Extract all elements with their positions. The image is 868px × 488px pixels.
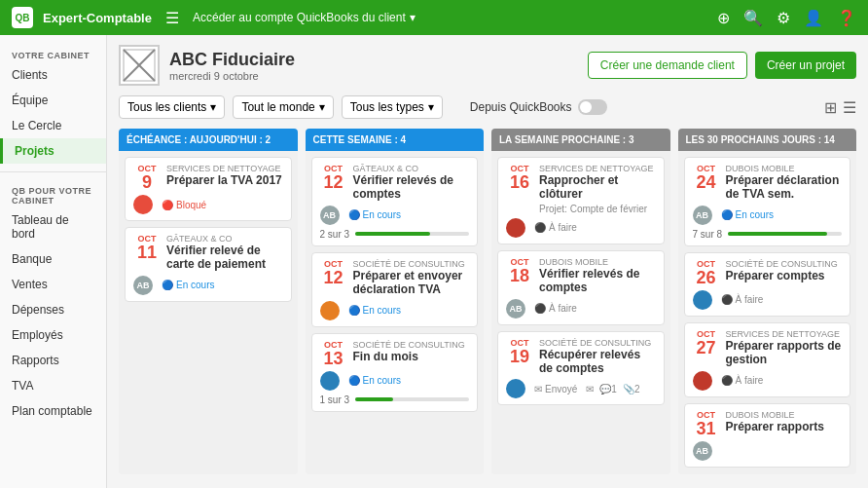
types-filter[interactable]: Tous les types ▾: [342, 95, 443, 119]
task-card[interactable]: OCT 16 SERVICES DE NETTOYAGE Rapprocher …: [497, 157, 665, 244]
card-meta: AB: [693, 441, 843, 461]
card-top: OCT 11 GÂTEAUX & CO Vérifier relevé de c…: [133, 234, 283, 272]
task-card[interactable]: OCT 9 SERVICES DE NETTOYAGE Préparer la …: [125, 157, 292, 221]
qb-logo: QB: [12, 7, 33, 28]
sidebar-item-banque[interactable]: Banque: [0, 246, 106, 272]
col-header-today: ÉCHÉANCE : AUJOURD'HUI : 2: [119, 129, 298, 151]
status-icon: 🔵: [348, 305, 360, 316]
task-card[interactable]: OCT 12 SOCIÉTÉ DE CONSULTING Préparer et…: [311, 252, 479, 327]
gear-icon[interactable]: ⚙: [777, 9, 790, 27]
card-top: OCT 19 SOCIÉTÉ DE CONSULTING Récupérer r…: [506, 338, 656, 376]
progress-bar: [355, 232, 430, 236]
task-card[interactable]: OCT 27 SERVICES DE NETTOYAGE Préparer ra…: [684, 322, 851, 397]
hamburger-icon[interactable]: ☰: [165, 9, 179, 27]
list-view-icon[interactable]: ☰: [843, 98, 856, 117]
sidebar-item-clients[interactable]: Clients: [0, 62, 106, 88]
task-card[interactable]: OCT 26 SOCIÉTÉ DE CONSULTING Préparer co…: [684, 252, 851, 317]
progress-text: 7 sur 8: [693, 229, 723, 240]
card-title: Vérifier relevé de carte de paiement: [166, 244, 283, 272]
task-card[interactable]: OCT 19 SOCIÉTÉ DE CONSULTING Récupérer r…: [497, 331, 665, 406]
card-top: OCT 26 SOCIÉTÉ DE CONSULTING Préparer co…: [693, 259, 843, 286]
card-company: SERVICES DE NETTOYAGE: [539, 164, 656, 173]
company-logo: [119, 45, 160, 86]
card-day: 13: [320, 350, 347, 367]
card-company: SERVICES DE NETTOYAGE: [726, 329, 843, 339]
card-footer: 1 sur 3: [320, 394, 470, 405]
progress-bar: [355, 397, 393, 401]
quickbooks-toggle[interactable]: [578, 99, 607, 115]
card-date: OCT 19: [506, 338, 533, 376]
help-icon[interactable]: ❓: [837, 9, 856, 27]
progress-bar-container: [355, 232, 469, 236]
card-company: GÂTEAUX & CO: [166, 234, 283, 244]
avatar: AB: [693, 441, 712, 461]
progress-bar-container: [728, 232, 842, 236]
sidebar-item-ventes[interactable]: Ventes: [0, 272, 106, 297]
status-badge: ✉ Envoyé: [529, 383, 582, 395]
sidebar-item-equipe[interactable]: Équipe: [0, 88, 106, 113]
card-info: SOCIÉTÉ DE CONSULTING Récupérer relevés …: [539, 338, 656, 376]
card-date: OCT 26: [693, 259, 720, 286]
status-badge: 🔵 En cours: [344, 208, 406, 221]
header-actions: Créer une demande client Créer un projet: [588, 52, 856, 79]
sidebar-item-employes[interactable]: Employés: [0, 322, 106, 348]
task-card[interactable]: OCT 11 GÂTEAUX & CO Vérifier relevé de c…: [125, 227, 292, 302]
task-card[interactable]: OCT 18 DUBOIS MOBILE Vérifier relevés de…: [497, 250, 665, 325]
avatar: AB: [320, 206, 340, 225]
kanban-board: ÉCHÉANCE : AUJOURD'HUI : 2 OCT 9 SERVICE…: [119, 129, 856, 474]
status-icon: 🔵: [162, 280, 173, 290]
sidebar-item-plan[interactable]: Plan comptable: [0, 398, 106, 424]
quickbooks-toggle-group: Depuis QuickBooks: [470, 99, 607, 115]
task-card[interactable]: OCT 13 SOCIÉTÉ DE CONSULTING Fin du mois…: [311, 333, 479, 412]
sidebar-item-tableau[interactable]: Tableau de bord: [0, 207, 106, 246]
card-meta: AB 🔵 En cours: [133, 276, 283, 295]
chevron-down-icon: ▾: [210, 100, 216, 114]
card-top: OCT 24 DUBOIS MOBILE Préparer déclaratio…: [693, 164, 843, 202]
progress-text: 2 sur 3: [320, 229, 350, 240]
card-info: SERVICES DE NETTOYAGE Rapprocher et clôt…: [539, 164, 656, 214]
search-icon[interactable]: 🔍: [743, 9, 763, 27]
task-card[interactable]: OCT 24 DUBOIS MOBILE Préparer déclaratio…: [684, 157, 851, 246]
col-header-this-week: CETTE SEMAINE : 4: [306, 129, 485, 151]
card-top: OCT 9 SERVICES DE NETTOYAGE Préparer la …: [133, 164, 283, 191]
status-badge: 🔵 En cours: [344, 304, 406, 317]
client-account-link[interactable]: Accéder au compte QuickBooks du client ▾: [193, 11, 416, 24]
user-icon[interactable]: 👤: [804, 9, 823, 27]
status-icon: 🔵: [348, 209, 360, 220]
avatar: AB: [133, 276, 153, 295]
card-company: DUBOIS MOBILE: [726, 410, 843, 420]
card-day: 12: [320, 173, 347, 191]
chevron-down-icon: ▾: [319, 100, 325, 114]
card-meta: AB 🔵 En cours: [320, 206, 470, 225]
sidebar-item-rapports[interactable]: Rapports: [0, 348, 106, 373]
sidebar-item-depenses[interactable]: Dépenses: [0, 297, 106, 322]
card-info: GÂTEAUX & CO Vérifier relevés de comptes: [353, 164, 470, 202]
status-badge: ⚫ À faire: [529, 221, 582, 234]
status-badge: ⚫ À faire: [529, 302, 582, 315]
card-top: OCT 13 SOCIÉTÉ DE CONSULTING Fin du mois: [320, 340, 470, 367]
card-date: OCT 12: [320, 164, 347, 202]
card-info: SOCIÉTÉ DE CONSULTING Fin du mois: [353, 340, 470, 367]
task-card[interactable]: OCT 31 DUBOIS MOBILE Préparer rapports A…: [684, 403, 851, 468]
sidebar-item-tva[interactable]: TVA: [0, 373, 106, 398]
add-icon[interactable]: ⊕: [717, 9, 730, 27]
col-header-next-30: LES 30 PROCHAINS JOURS : 14: [678, 129, 857, 151]
view-toggle: ⊞ ☰: [824, 98, 856, 117]
grid-view-icon[interactable]: ⊞: [824, 98, 837, 117]
monde-filter[interactable]: Tout le monde ▾: [233, 95, 333, 119]
card-info: DUBOIS MOBILE Préparer déclaration de TV…: [726, 164, 843, 202]
card-title: Rapprocher et clôturer: [539, 173, 656, 202]
sidebar-item-projets[interactable]: Projets: [0, 138, 106, 164]
card-title: Récupérer relevés de comptes: [539, 348, 656, 376]
card-footer: 7 sur 8: [693, 229, 843, 240]
sidebar-item-cercle[interactable]: Le Cercle: [0, 113, 106, 138]
card-title: Vérifier relevés de comptes: [353, 173, 470, 202]
card-date: OCT 9: [133, 164, 161, 191]
create-request-button[interactable]: Créer une demande client: [588, 52, 747, 79]
card-company: GÂTEAUX & CO: [353, 164, 470, 173]
task-card[interactable]: OCT 12 GÂTEAUX & CO Vérifier relevés de …: [311, 157, 479, 246]
main-layout: VOTRE CABINET Clients Équipe Le Cercle P…: [0, 35, 868, 488]
create-project-button[interactable]: Créer un projet: [755, 52, 856, 79]
clients-filter[interactable]: Tous les clients ▾: [119, 95, 225, 119]
card-company: SOCIÉTÉ DE CONSULTING: [353, 340, 470, 350]
